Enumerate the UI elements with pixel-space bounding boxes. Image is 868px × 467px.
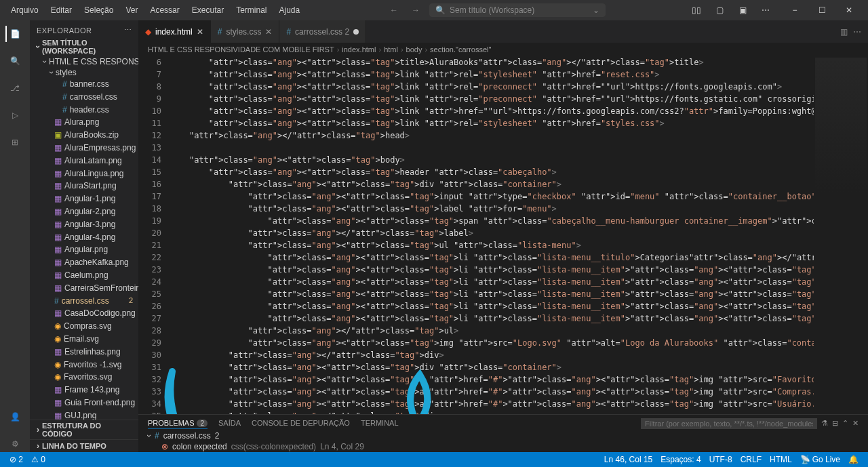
- problem-file-row[interactable]: # carrossel.css 2: [148, 430, 859, 441]
- file-item[interactable]: ▦ CasaDoCodigo.png: [30, 307, 138, 320]
- styles-folder[interactable]: styles: [30, 67, 138, 78]
- tab-carrossel-css[interactable]: #carrossel.css 2: [279, 20, 366, 43]
- root-folder[interactable]: HTML E CSS RESPONSIVIDADE ...: [30, 56, 138, 67]
- explorer-icon[interactable]: 📄: [5, 26, 22, 42]
- file-item[interactable]: ▦ Angular-4.png: [30, 231, 138, 244]
- layout-icon-1[interactable]: ▢: [709, 5, 730, 15]
- menu-terminal[interactable]: Terminal: [231, 3, 272, 18]
- file-item[interactable]: ▦ Angular.png: [30, 243, 138, 256]
- file-item[interactable]: ◉ Compras.svg: [30, 320, 138, 333]
- file-item[interactable]: ▦ ApacheKafka.png: [30, 256, 138, 269]
- source-control-icon[interactable]: ⎇: [7, 80, 23, 96]
- file-item[interactable]: # carrossel.css2: [30, 295, 138, 308]
- workspace-header[interactable]: SEM TÍTULO (WORKSPACE): [30, 37, 138, 56]
- file-item[interactable]: ▦ Guia Front-end.png: [30, 397, 138, 409]
- status-encoding[interactable]: UTF-8: [705, 455, 736, 464]
- close-icon[interactable]: ✕: [265, 27, 272, 37]
- panel-tab-console de depuração[interactable]: CONSOLE DE DEPURAÇÃO: [252, 418, 350, 429]
- window-close[interactable]: ✕: [835, 5, 863, 15]
- split-editor-icon[interactable]: ▥: [840, 27, 848, 37]
- file-item[interactable]: ▦ Alura.png: [30, 116, 138, 129]
- outline-section[interactable]: ESTRUTURA DO CÓDIGO: [30, 420, 138, 439]
- layout-icon-0[interactable]: ▯▯: [686, 5, 707, 15]
- minimap[interactable]: [814, 56, 868, 414]
- file-item[interactable]: # carrossel.css: [30, 91, 138, 104]
- panel-tab-terminal[interactable]: TERMINAL: [361, 418, 399, 429]
- file-item[interactable]: ▦ AluraEmpresas.png: [30, 142, 138, 155]
- status-indentation[interactable]: Espaços: 4: [656, 455, 705, 464]
- menu-executar[interactable]: Executar: [186, 3, 229, 18]
- menu-arquivo[interactable]: Arquivo: [5, 3, 44, 18]
- maximize-panel-icon[interactable]: ⌃: [842, 418, 848, 429]
- status-errors[interactable]: ⊘ 2: [5, 455, 27, 464]
- status-notifications-icon[interactable]: 🔔: [844, 455, 863, 464]
- collapse-icon[interactable]: ⊟: [832, 418, 838, 429]
- file-item[interactable]: ◉ Favoritos -1.svg: [30, 359, 138, 371]
- file-item[interactable]: ▦ Frame 143.png: [30, 384, 138, 397]
- menu-ajuda[interactable]: Ajuda: [274, 3, 306, 18]
- file-item[interactable]: ▦ GUJ.png: [30, 409, 138, 420]
- status-language[interactable]: HTML: [766, 455, 796, 464]
- file-item[interactable]: ▦ Caelum.png: [30, 269, 138, 282]
- account-icon[interactable]: 👤: [7, 409, 23, 425]
- file-item[interactable]: ▣ AluraBooks.zip: [30, 129, 138, 142]
- panel-tab-problemas[interactable]: PROBLEMAS2: [148, 418, 208, 429]
- breadcrumb-item[interactable]: section."carrossel": [430, 45, 491, 54]
- nav-forward-icon[interactable]: →: [408, 4, 424, 16]
- tab-styles-css[interactable]: #styles.css✕: [211, 20, 280, 43]
- breadcrumbs[interactable]: HTML E CSS RESPONSIVIDADE COM MOBILE FIR…: [138, 43, 868, 56]
- styles-folder-label: styles: [56, 68, 77, 77]
- menu-acessar[interactable]: Acessar: [144, 3, 184, 18]
- file-item[interactable]: ▦ CarreiraSemFronteira.png: [30, 282, 138, 295]
- search-icon[interactable]: 🔍: [7, 53, 23, 69]
- outline-label: ESTRUTURA DO CÓDIGO: [42, 422, 132, 438]
- breadcrumb-item[interactable]: body: [406, 45, 422, 54]
- debug-icon[interactable]: ▷: [7, 107, 23, 123]
- file-item[interactable]: ▦ Angular-3.png: [30, 218, 138, 231]
- command-center[interactable]: 🔍 Sem título (Workspace) ⌄: [429, 3, 606, 17]
- sidebar-explorer: EXPLORADOR ⋯ SEM TÍTULO (WORKSPACE) HTML…: [30, 20, 138, 452]
- tab-index-html[interactable]: ◆index.html✕: [138, 20, 211, 43]
- file-item[interactable]: ◉ Favoritos.svg: [30, 371, 138, 384]
- line-gutter: 6789101112131415161718192021222324252627…: [138, 56, 170, 414]
- breadcrumb-item[interactable]: index.html: [342, 45, 376, 54]
- nav-back-icon[interactable]: ←: [386, 4, 402, 16]
- close-panel-icon[interactable]: ✕: [852, 418, 859, 429]
- status-warnings[interactable]: ⚠ 0: [27, 455, 50, 464]
- menu-editar[interactable]: Editar: [45, 3, 77, 18]
- code-editor[interactable]: "attr">class="ang"><"attr">class="tag">t…: [170, 56, 814, 414]
- panel-filter-input[interactable]: [641, 418, 817, 429]
- file-item[interactable]: ◉ Email.svg: [30, 333, 138, 346]
- status-cursor-position[interactable]: Ln 46, Col 15: [600, 455, 656, 464]
- file-item[interactable]: # banner.css: [30, 78, 138, 91]
- close-icon[interactable]: ✕: [197, 27, 203, 37]
- problem-source: css(css-colonexpected): [231, 442, 316, 451]
- status-golive[interactable]: 📡Go Live: [796, 455, 844, 464]
- status-eol[interactable]: CRLF: [736, 455, 766, 464]
- file-item[interactable]: ▦ AluraLatam.png: [30, 155, 138, 167]
- menu-seleção[interactable]: Seleção: [79, 3, 119, 18]
- settings-gear-icon[interactable]: ⚙: [7, 436, 23, 452]
- layout-icon-3[interactable]: ⋯: [755, 5, 776, 15]
- file-item[interactable]: ▦ Estrelinhas.png: [30, 346, 138, 359]
- file-item[interactable]: ▦ AluraLingua.png: [30, 167, 138, 180]
- panel-tab-saída[interactable]: SAÍDA: [218, 418, 241, 429]
- window-minimize[interactable]: −: [781, 5, 808, 15]
- sidebar-more-icon[interactable]: ⋯: [124, 26, 132, 35]
- file-item[interactable]: # header.css: [30, 104, 138, 117]
- layout-icon-2[interactable]: ▣: [732, 5, 753, 15]
- timeline-section[interactable]: LINHA DO TEMPO: [30, 439, 138, 452]
- breadcrumb-item[interactable]: html: [384, 45, 398, 54]
- file-item[interactable]: ▦ Angular-2.png: [30, 205, 138, 218]
- menu-ver[interactable]: Ver: [120, 3, 143, 18]
- file-icon: #: [286, 27, 291, 37]
- filter-icon[interactable]: ⚗: [821, 418, 828, 429]
- breadcrumb-item[interactable]: HTML E CSS RESPONSIVIDADE COM MOBILE FIR…: [148, 45, 334, 54]
- problem-row[interactable]: ⊗ colon expected css(css-colonexpected) …: [148, 441, 859, 452]
- extensions-icon[interactable]: ⊞: [7, 134, 23, 150]
- more-actions-icon[interactable]: ⋯: [853, 27, 861, 37]
- file-item[interactable]: ▦ AluraStart.png: [30, 180, 138, 192]
- file-item[interactable]: ▦ Angular-1.png: [30, 192, 138, 205]
- window-maximize[interactable]: ☐: [808, 5, 835, 15]
- file-icon: ▣: [54, 129, 62, 141]
